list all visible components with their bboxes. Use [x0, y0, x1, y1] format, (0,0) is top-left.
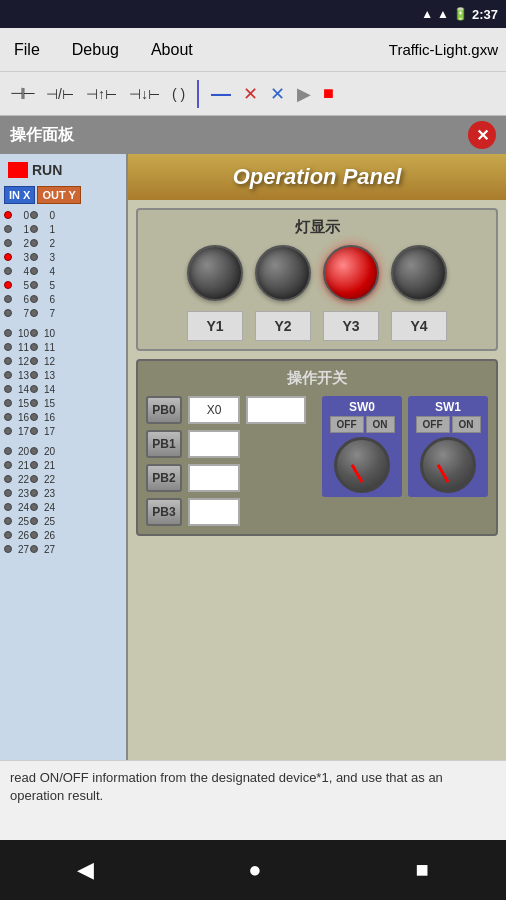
- io-row-27: 27 27: [4, 542, 122, 556]
- sw1-label: SW1: [435, 400, 461, 414]
- switch-section: 操作开关 PB0 PB1 PB2 PB3 X0: [136, 359, 498, 536]
- bottom-text: read ON/OFF information from the designa…: [0, 760, 506, 840]
- io-row-2: 2 2: [4, 236, 122, 250]
- in-dot-20: [4, 447, 12, 455]
- out-dot-5: [30, 281, 38, 289]
- out-dot-3: [30, 253, 38, 261]
- menu-debug[interactable]: Debug: [66, 37, 125, 63]
- io-rows: 0 0 1 1 2 2 3: [4, 208, 122, 556]
- io-row-5: 5 5: [4, 278, 122, 292]
- input-x0: X0: [188, 396, 240, 424]
- toolbar: ⊣⊢ ⊣/⊢ ⊣↑⊢ ⊣↓⊢ ( ) — ✕ ✕ ▶ ■: [0, 72, 506, 116]
- status-bar: ▲ ▲ 🔋 2:37: [0, 0, 506, 28]
- pb-column: PB0 PB1 PB2 PB3: [146, 396, 182, 526]
- out-dot-16: [30, 413, 38, 421]
- sw1-knob[interactable]: [420, 437, 476, 493]
- signal-icon: ▲: [437, 7, 449, 21]
- out-dot-17: [30, 427, 38, 435]
- pb0-button[interactable]: PB0: [146, 396, 182, 424]
- in-dot-12: [4, 357, 12, 365]
- coil-button[interactable]: ( ): [168, 84, 189, 104]
- sw1-block: SW1 OFF ON: [408, 396, 488, 497]
- in-dot-25: [4, 517, 12, 525]
- pb1-button[interactable]: PB1: [146, 430, 182, 458]
- in-dot-4: [4, 267, 12, 275]
- sw0-on-button[interactable]: ON: [366, 416, 395, 433]
- time-display: 2:37: [472, 7, 498, 22]
- io-row-1: 1 1: [4, 222, 122, 236]
- io-row-15: 15 15: [4, 396, 122, 410]
- contact-no-button[interactable]: ⊣⊢: [6, 82, 38, 105]
- panel-close-button[interactable]: ✕: [468, 121, 496, 149]
- contact-pos-button[interactable]: ⊣↑⊢: [82, 84, 121, 104]
- lights-row: [146, 245, 488, 301]
- io-row-6: 6 6: [4, 292, 122, 306]
- run-light: [8, 162, 28, 178]
- sw1-buttons: OFF ON: [416, 416, 481, 433]
- bottom-text-content: read ON/OFF information from the designa…: [10, 770, 443, 803]
- io-row-4: 4 4: [4, 264, 122, 278]
- io-row-13: 13 13: [4, 368, 122, 382]
- in-dot-23: [4, 489, 12, 497]
- recent-button[interactable]: ■: [396, 849, 449, 891]
- sw0-knob[interactable]: [334, 437, 390, 493]
- sw1-knob-indicator: [437, 464, 450, 483]
- io-row-23: 23 23: [4, 486, 122, 500]
- menu-file[interactable]: File: [8, 37, 46, 63]
- input-column: X0: [188, 396, 240, 526]
- toolbar-divider: [197, 80, 199, 108]
- io-row-20: 20 20: [4, 444, 122, 458]
- io-row-7: 7 7: [4, 306, 122, 320]
- sw0-off-button[interactable]: OFF: [330, 416, 364, 433]
- menu-about[interactable]: About: [145, 37, 199, 63]
- pb3-button[interactable]: PB3: [146, 498, 182, 526]
- label-y3: Y3: [323, 311, 379, 341]
- io-sidebar: RUN IN X OUT Y 0 0 1 1: [0, 154, 128, 840]
- label-y2: Y2: [255, 311, 311, 341]
- home-button[interactable]: ●: [228, 849, 281, 891]
- in-dot-6: [4, 295, 12, 303]
- window-title: Traffic-Light.gxw: [389, 41, 498, 58]
- run-indicator: RUN: [4, 162, 122, 178]
- light-y4: [391, 245, 447, 301]
- extra-box-0: [246, 396, 306, 424]
- in-dot-14: [4, 385, 12, 393]
- out-dot-4: [30, 267, 38, 275]
- contact-neg-button[interactable]: ⊣↓⊢: [125, 84, 164, 104]
- back-button[interactable]: ◀: [57, 849, 114, 891]
- label-y4: Y4: [391, 311, 447, 341]
- io-row-0: 0 0: [4, 208, 122, 222]
- out-dot-2: [30, 239, 38, 247]
- out-header: OUT Y: [37, 186, 80, 204]
- sw1-off-button[interactable]: OFF: [416, 416, 450, 433]
- in-dot-17: [4, 427, 12, 435]
- out-dot-12: [30, 357, 38, 365]
- cross-red-button[interactable]: ✕: [239, 81, 262, 107]
- input-box-2: [188, 464, 240, 492]
- out-dot-24: [30, 503, 38, 511]
- input-box-3: [188, 498, 240, 526]
- pb2-button[interactable]: PB2: [146, 464, 182, 492]
- out-dot-22: [30, 475, 38, 483]
- io-row-26: 26 26: [4, 528, 122, 542]
- extra-col: [246, 396, 306, 526]
- in-dot-1: [4, 225, 12, 233]
- out-dot-7: [30, 309, 38, 317]
- sw1-on-button[interactable]: ON: [452, 416, 481, 433]
- line-button[interactable]: —: [207, 80, 235, 107]
- stop-button[interactable]: ■: [319, 81, 338, 106]
- switch-row: PB0 PB1 PB2 PB3 X0: [146, 396, 488, 526]
- out-dot-1: [30, 225, 38, 233]
- op-panel-header: Operation Panel: [128, 154, 506, 200]
- in-dot-5: [4, 281, 12, 289]
- light-section: 灯显示 Y1 Y2 Y3 Y4: [136, 208, 498, 351]
- contact-nc-button[interactable]: ⊣/⊢: [42, 84, 78, 104]
- in-dot-15: [4, 399, 12, 407]
- out-dot-0: [30, 211, 38, 219]
- play-button[interactable]: ▶: [293, 81, 315, 107]
- labels-row: Y1 Y2 Y3 Y4: [146, 311, 488, 341]
- cross-blue-button[interactable]: ✕: [266, 81, 289, 107]
- out-dot-14: [30, 385, 38, 393]
- main-area: 操作面板 ✕ RUN IN X OUT Y 0 0: [0, 116, 506, 840]
- out-dot-21: [30, 461, 38, 469]
